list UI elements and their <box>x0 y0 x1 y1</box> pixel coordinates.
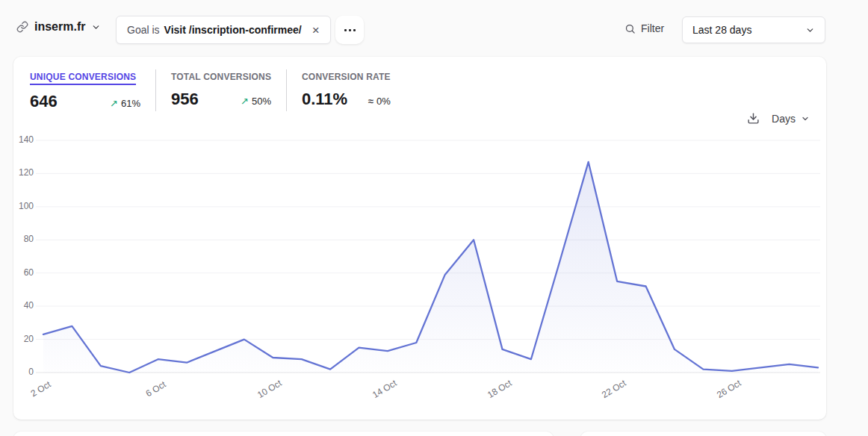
y-axis-tick: 40 <box>4 300 34 311</box>
ellipsis-icon <box>344 29 347 31</box>
next-panel-left <box>13 432 554 436</box>
y-axis-tick: 20 <box>4 334 34 344</box>
x-axis-tick: 18 Oct <box>486 378 514 400</box>
x-axis-tick: 26 Oct <box>715 378 743 400</box>
link-icon <box>16 21 28 33</box>
chart-area: 020406080100120140 2 Oct6 Oct10 Oct14 Oc… <box>13 57 826 420</box>
x-axis-tick: 6 Oct <box>143 379 167 399</box>
x-axis-tick: 22 Oct <box>600 378 628 400</box>
date-range-select[interactable]: Last 28 days <box>682 16 825 43</box>
search-icon <box>624 23 636 34</box>
y-axis-tick: 140 <box>4 134 34 145</box>
remove-filter-icon[interactable]: × <box>312 24 320 37</box>
goal-filter-pill[interactable]: Goal is Visit /inscription-confirmee/ × <box>116 16 331 44</box>
y-axis-tick: 120 <box>4 167 34 178</box>
y-axis-tick: 80 <box>4 234 34 244</box>
site-name: inserm.fr <box>34 20 85 34</box>
add-filter-label: Filter <box>641 22 664 34</box>
next-panel-right <box>580 432 826 436</box>
conversions-line-chart <box>36 136 820 376</box>
goal-filter-prefix: Goal is <box>127 24 160 36</box>
chevron-down-icon <box>805 25 815 35</box>
y-axis-tick: 0 <box>4 367 34 377</box>
y-axis-tick: 60 <box>4 267 34 278</box>
y-axis-tick: 100 <box>4 201 34 211</box>
add-filter-button[interactable]: Filter <box>624 22 664 34</box>
chevron-down-icon <box>91 22 101 32</box>
more-options-button[interactable] <box>335 16 364 44</box>
x-axis-tick: 2 Oct <box>29 379 53 399</box>
site-switcher[interactable]: inserm.fr <box>16 20 101 34</box>
x-axis-tick: 14 Oct <box>371 378 399 400</box>
goal-filter-value: Visit /inscription-confirmee/ <box>164 24 302 36</box>
x-axis-tick: 10 Oct <box>255 378 284 400</box>
conversions-panel: UNIQUE CONVERSIONS 646 ↗ 61% TOTAL CONVE… <box>13 57 826 420</box>
date-range-value: Last 28 days <box>692 24 751 36</box>
